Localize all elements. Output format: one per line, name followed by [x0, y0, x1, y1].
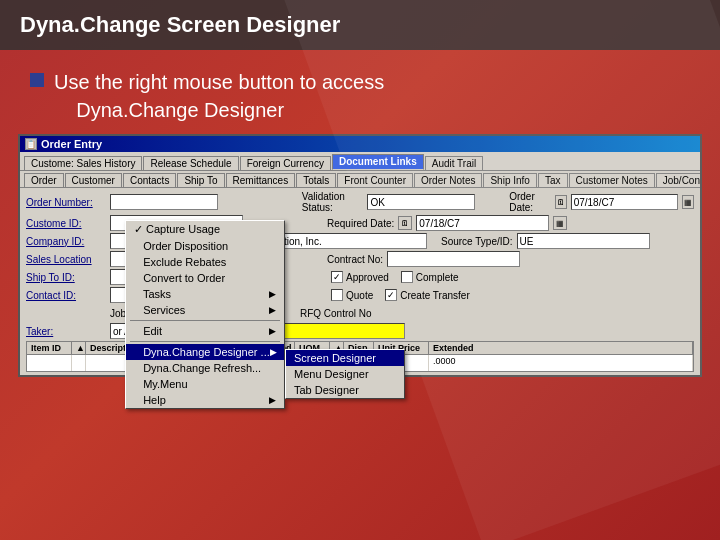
tab-release-schedule[interactable]: Release Schedule: [143, 156, 238, 170]
window-icon: 📋: [25, 138, 37, 150]
complete-checkbox[interactable]: [401, 271, 413, 283]
content-area: Use the right mouse button to access Dyn…: [0, 50, 720, 134]
submenu-item-tab-designer[interactable]: Tab Designer: [286, 382, 404, 398]
edit-arrow-icon: ▶: [269, 326, 276, 336]
tab-sales-history[interactable]: Custome: Sales History: [24, 156, 142, 170]
order-number-label[interactable]: Order Number:: [26, 197, 106, 208]
form-area: Order Number: Validation Status: Order D…: [20, 188, 700, 375]
rfq-label: RFQ Control No: [300, 308, 372, 319]
tab-ship-to[interactable]: Ship To: [177, 173, 224, 187]
bullet-text: Use the right mouse button to access Dyn…: [54, 68, 384, 124]
form-row-order-number: Order Number: Validation Status: Order D…: [26, 191, 694, 213]
tab-audit-trail[interactable]: Audit Trail: [425, 156, 483, 170]
window-titlebar: 📋 Order Entry: [20, 136, 700, 152]
tab-job-contract[interactable]: Job/Contract N: [656, 173, 700, 187]
window-title: Order Entry: [41, 138, 102, 150]
order-number-input[interactable]: [110, 194, 218, 210]
approved-label: Approved: [346, 272, 389, 283]
approved-checkbox-row: Approved: [331, 271, 389, 283]
tab-ship-info[interactable]: Ship Info: [483, 173, 536, 187]
tabs-row-2: Order Customer Contacts Ship To Remittan…: [20, 171, 700, 188]
tab-remittances[interactable]: Remittances: [226, 173, 296, 187]
tab-customer[interactable]: Customer: [65, 173, 122, 187]
order-date-input[interactable]: [571, 194, 679, 210]
menu-label-tasks: Tasks: [134, 288, 171, 300]
menu-label-convert-to-order: Convert to Order: [134, 272, 225, 284]
bullet-icon: [30, 73, 44, 87]
menu-item-services[interactable]: Services ▶: [126, 302, 284, 318]
required-date-label: Required Date:: [327, 218, 394, 229]
required-date-calendar-icon[interactable]: 🗓: [398, 216, 412, 230]
menu-item-my-menu[interactable]: My.Menu: [126, 376, 284, 392]
order-date-picker-icon[interactable]: ▦: [682, 195, 694, 209]
sales-location-label[interactable]: Sales Location: [26, 254, 106, 265]
menu-separator-2: [130, 341, 280, 342]
menu-separator-1: [130, 320, 280, 321]
menu-label-dynachange-designer: Dyna.Change Designer ...: [134, 346, 270, 358]
source-type-label: Source Type/ID:: [441, 236, 513, 247]
tabs-row-1: Custome: Sales History Release Schedule …: [20, 152, 700, 171]
required-date-input[interactable]: [416, 215, 549, 231]
cell-extended: .0000: [429, 355, 693, 371]
quote-checkbox[interactable]: [331, 289, 343, 301]
menu-label-help: Help: [134, 394, 166, 406]
company-id-label[interactable]: Company ID:: [26, 236, 106, 247]
tab-contacts[interactable]: Contacts: [123, 173, 176, 187]
menu-item-help[interactable]: Help ▶: [126, 392, 284, 408]
menu-label-dynachange-refresh: Dyna.Change Refresh...: [134, 362, 261, 374]
menu-item-convert-to-order[interactable]: Convert to Order: [126, 270, 284, 286]
menu-item-exclude-rebates[interactable]: Exclude Rebates: [126, 254, 284, 270]
submenu: Screen Designer Menu Designer Tab Design…: [285, 349, 405, 399]
tab-document-links[interactable]: Document Links: [332, 154, 424, 170]
customer-id-label[interactable]: Custome ID:: [26, 218, 106, 229]
tab-foreign-currency[interactable]: Foreign Currency: [240, 156, 331, 170]
tab-order-notes[interactable]: Order Notes: [414, 173, 482, 187]
tab-totals[interactable]: Totals: [296, 173, 336, 187]
col-item-sort[interactable]: ▲: [72, 342, 86, 354]
contact-id-label[interactable]: Contact ID:: [26, 290, 106, 301]
validation-input[interactable]: [367, 194, 475, 210]
col-item-id: Item ID: [27, 342, 72, 354]
tab-order[interactable]: Order: [24, 173, 64, 187]
complete-checkbox-row: Complete: [401, 271, 459, 283]
po-input[interactable]: [272, 323, 405, 339]
submenu-item-menu-designer[interactable]: Menu Designer: [286, 366, 404, 382]
order-date-calendar-icon[interactable]: 🗓: [555, 195, 567, 209]
source-type-input[interactable]: [517, 233, 650, 249]
create-transfer-checkbox[interactable]: [385, 289, 397, 301]
menu-item-edit[interactable]: Edit ▶: [126, 323, 284, 339]
menu-label-order-disposition: Order Disposition: [134, 240, 228, 252]
order-date-label: Order Date:: [509, 191, 551, 213]
menu-label-my-menu: My.Menu: [134, 378, 188, 390]
tab-customer-notes[interactable]: Customer Notes: [569, 173, 655, 187]
tab-tax[interactable]: Tax: [538, 173, 568, 187]
quote-checkbox-row: Quote: [331, 289, 373, 301]
validation-label: Validation Status:: [302, 191, 364, 213]
approved-checkbox[interactable]: [331, 271, 343, 283]
menu-item-dynachange-designer[interactable]: Dyna.Change Designer ... ▶: [126, 344, 284, 360]
taker-label[interactable]: Taker:: [26, 326, 106, 337]
help-arrow-icon: ▶: [269, 395, 276, 405]
contract-no-input[interactable]: [387, 251, 520, 267]
tasks-arrow-icon: ▶: [269, 289, 276, 299]
ship-to-id-label[interactable]: Ship To ID:: [26, 272, 106, 283]
context-menu: ✓ Capture Usage Order Disposition Exclud…: [125, 220, 285, 409]
menu-item-capture-usage[interactable]: ✓ Capture Usage: [126, 221, 284, 238]
menu-item-dynachange-refresh[interactable]: Dyna.Change Refresh...: [126, 360, 284, 376]
slide-title-bar: Dyna.Change Screen Designer: [0, 0, 720, 50]
menu-item-order-disposition[interactable]: Order Disposition: [126, 238, 284, 254]
create-transfer-checkbox-row: Create Transfer: [385, 289, 469, 301]
tab-front-counter[interactable]: Front Counter: [337, 173, 413, 187]
create-transfer-label: Create Transfer: [400, 290, 469, 301]
cell-item-sort: [72, 355, 86, 371]
menu-label-exclude-rebates: Exclude Rebates: [134, 256, 226, 268]
quote-label: Quote: [346, 290, 373, 301]
menu-item-tasks[interactable]: Tasks ▶: [126, 286, 284, 302]
dynachange-designer-arrow-icon: ▶: [270, 347, 277, 357]
required-date-picker-icon[interactable]: ▦: [553, 216, 567, 230]
submenu-item-screen-designer[interactable]: Screen Designer: [286, 350, 404, 366]
services-arrow-icon: ▶: [269, 305, 276, 315]
contract-no-label: Contract No:: [327, 254, 383, 265]
cell-item-id: [27, 355, 72, 371]
menu-label-edit: Edit: [134, 325, 162, 337]
